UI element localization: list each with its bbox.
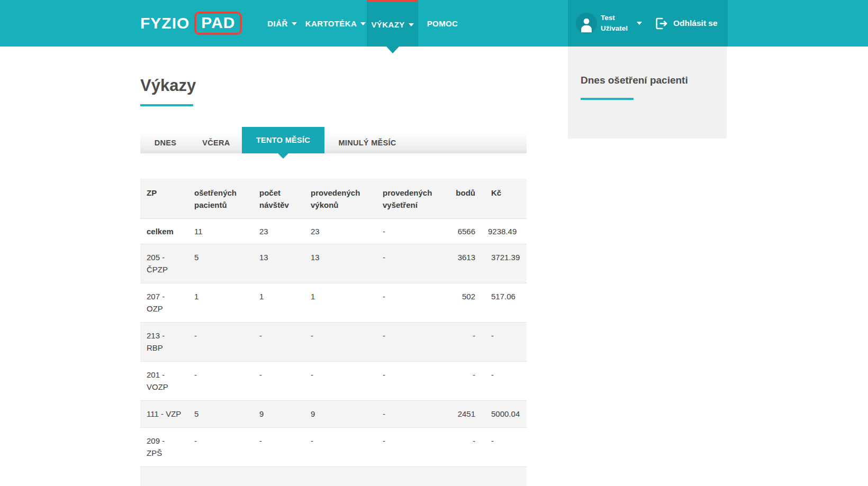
table-row-207-ozp: 207 - OZP111-502517.06	[140, 283, 527, 323]
user-section: Test Uživatel Odhlásit se	[568, 0, 728, 47]
logout-button[interactable]: Odhlásit se	[654, 16, 718, 31]
value-cell: 9	[304, 401, 376, 428]
user-avatar-icon[interactable]	[576, 13, 597, 34]
value-cell: -	[482, 323, 527, 362]
value-cell: -	[253, 323, 304, 362]
chevron-down-icon[interactable]	[637, 22, 642, 25]
value-cell: -	[253, 428, 304, 467]
table-row-205-cpzp: 205 - ČPZP51313-36133721.39	[140, 244, 527, 283]
value-cell: 23	[304, 219, 376, 244]
value-cell: -	[376, 219, 447, 244]
value-cell: 9238.49	[482, 219, 527, 244]
value-cell: -	[482, 428, 527, 467]
side-panel-underline	[581, 98, 634, 100]
value-cell: -	[188, 362, 253, 401]
value-cell: -	[376, 283, 447, 323]
value-cell: 11	[188, 219, 253, 244]
app-header: FYZIO PAD DIÁŘKARTOTÉKAVÝKAZYPOMOC Test …	[0, 0, 868, 47]
tab-tento-mesic[interactable]: TENTO MĚSÍC	[242, 127, 324, 153]
zp-cell: 201 - VOZP	[140, 362, 188, 401]
value-cell: 5	[188, 244, 253, 283]
nav-item-label: KARTOTÉKA	[305, 19, 357, 28]
value-cell: 23	[253, 219, 304, 244]
table-header-cell: ZP	[140, 179, 188, 219]
value-cell: 2451	[447, 401, 482, 428]
nav-item-vykazy[interactable]: VÝKAZY	[367, 0, 418, 47]
value-cell: -	[482, 362, 527, 401]
value-cell: 5	[188, 401, 253, 428]
value-cell: 1	[253, 283, 304, 323]
side-panel: Dnes ošetření pacienti	[568, 47, 727, 139]
value-cell: -	[188, 323, 253, 362]
nav-item-diar[interactable]: DIÁŘ	[260, 0, 304, 47]
logo-text-pad: PAD	[194, 12, 242, 35]
value-cell: 1	[188, 283, 253, 323]
tab-dnes[interactable]: DNES	[140, 132, 191, 153]
zp-cell: 207 - OZP	[140, 283, 188, 323]
table-header-cell: ošetřených pacientů	[188, 179, 253, 219]
zp-cell: 111 - VZP	[140, 401, 188, 428]
table-row-209-zps: 209 - ZPŠ------	[140, 428, 527, 467]
app-logo[interactable]: FYZIO PAD	[140, 0, 242, 47]
table-header-cell: provedených výkonů	[304, 179, 376, 219]
zp-cell: celkem	[140, 219, 188, 244]
page-title-underline	[140, 104, 193, 106]
value-cell: 6566	[447, 219, 482, 244]
nav-item-kartoteka[interactable]: KARTOTÉKA	[304, 0, 367, 47]
zp-cell: 209 - ZPŠ	[140, 428, 188, 467]
cutoff-cell	[140, 467, 527, 486]
table-row-cutoff	[140, 467, 527, 486]
page-title: Výkazy	[140, 76, 196, 95]
main-nav: DIÁŘKARTOTÉKAVÝKAZYPOMOC	[260, 0, 467, 47]
value-cell: 9	[253, 401, 304, 428]
side-panel-title: Dnes ošetření pacienti	[581, 75, 688, 86]
value-cell: 517.06	[482, 283, 527, 323]
table-header-cell: bodů	[447, 179, 482, 219]
period-tabs: DNESVČERATENTO MĚSÍCMINULÝ MĚSÍC	[140, 132, 527, 153]
table-header-row: ZPošetřených pacientůpočet návštěvproved…	[140, 179, 527, 219]
table-header-cell: počet návštěv	[253, 179, 304, 219]
zp-cell: 205 - ČPZP	[140, 244, 188, 283]
nav-item-label: DIÁŘ	[267, 19, 287, 28]
logout-icon	[654, 16, 668, 31]
value-cell: -	[253, 362, 304, 401]
value-cell: -	[447, 428, 482, 467]
value-cell: -	[188, 428, 253, 467]
value-cell: 13	[253, 244, 304, 283]
table-row-celkem: celkem112323-65669238.49	[140, 219, 527, 244]
logo-text-fyzio: FYZIO	[140, 14, 189, 32]
value-cell: -	[304, 428, 376, 467]
chevron-down-icon	[292, 22, 297, 25]
value-cell: 3613	[447, 244, 482, 283]
value-cell: -	[376, 244, 447, 283]
tab-minuly-mesic[interactable]: MINULÝ MĚSÍC	[324, 132, 410, 153]
nav-item-pomoc[interactable]: POMOC	[418, 0, 467, 47]
table-row-213-rbp: 213 - RBP------	[140, 323, 527, 362]
nav-item-label: POMOC	[427, 19, 458, 28]
nav-item-label: VÝKAZY	[371, 20, 404, 29]
value-cell: 5000.04	[482, 401, 527, 428]
value-cell: -	[304, 362, 376, 401]
table-header-cell: Kč	[482, 179, 527, 219]
person-icon	[577, 16, 595, 34]
page: FYZIO PAD DIÁŘKARTOTÉKAVÝKAZYPOMOC Test …	[0, 0, 868, 486]
value-cell: -	[376, 362, 447, 401]
report-table-wrap: ZPošetřených pacientůpočet návštěvproved…	[140, 179, 527, 486]
value-cell: -	[376, 323, 447, 362]
table-row-201-vozp: 201 - VOZP------	[140, 362, 527, 401]
value-cell: 13	[304, 244, 376, 283]
value-cell: -	[376, 401, 447, 428]
value-cell: 502	[447, 283, 482, 323]
table-row-111-vzp: 111 - VZP599-24515000.04	[140, 401, 527, 428]
user-name[interactable]: Test Uživatel	[601, 13, 628, 34]
tab-vcera[interactable]: VČERA	[191, 132, 242, 153]
zp-cell: 213 - RBP	[140, 323, 188, 362]
value-cell: -	[447, 362, 482, 401]
table-header-cell: provedených vyšetření	[376, 179, 447, 219]
value-cell: -	[376, 428, 447, 467]
user-name-line2: Uživatel	[601, 23, 628, 34]
value-cell: -	[304, 323, 376, 362]
chevron-down-icon	[409, 23, 414, 26]
table-body: celkem112323-65669238.49205 - ČPZP51313-…	[140, 219, 527, 486]
chevron-down-icon	[360, 22, 366, 25]
